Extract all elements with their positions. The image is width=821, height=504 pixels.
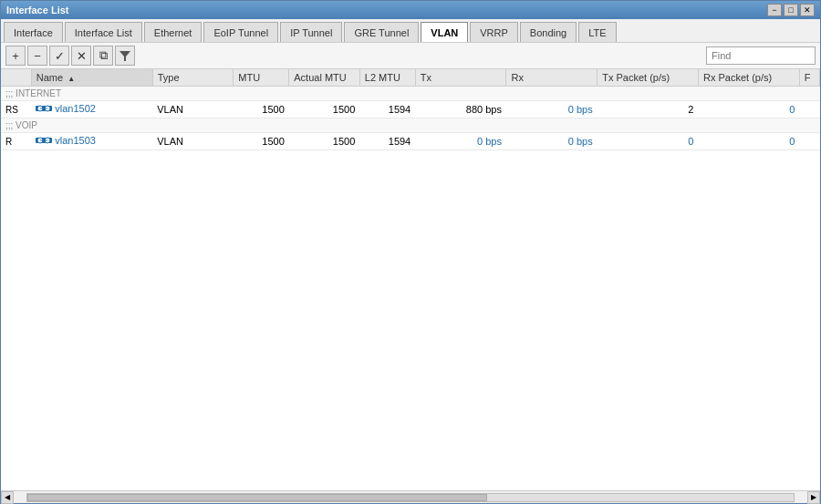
col-mtu[interactable]: MTU	[234, 69, 289, 87]
scrollbar-track[interactable]	[26, 493, 795, 502]
tab-vrrp[interactable]: VRRP	[470, 22, 518, 42]
tab-bonding[interactable]: Bonding	[520, 22, 577, 42]
tab-ip-tunnel[interactable]: IP Tunnel	[280, 22, 342, 42]
main-window: Interface List − □ ✕ Interface Interface…	[0, 0, 821, 504]
toolbar: + − ✓ ✕ ⧉	[1, 43, 820, 69]
row-l2-mtu: 1594	[359, 101, 415, 118]
svg-marker-0	[120, 51, 130, 61]
group-header-internet: ;;; INTERNET	[1, 87, 820, 101]
filter-button[interactable]	[115, 46, 135, 66]
col-rx[interactable]: Rx	[506, 69, 598, 87]
row-fp	[799, 101, 819, 118]
add-button[interactable]: +	[5, 46, 26, 66]
tab-ethernet[interactable]: Ethernet	[144, 22, 203, 42]
row-actual-mtu: 1500	[289, 101, 360, 118]
row-tx-packet: 0	[598, 133, 699, 150]
find-input[interactable]	[706, 46, 816, 65]
interface-table: Name ▲ Type MTU Actual MTU L2 MTU Tx Rx …	[1, 69, 820, 150]
col-rx-packet[interactable]: Rx Packet (p/s)	[698, 69, 799, 87]
sort-arrow: ▲	[68, 75, 75, 83]
horizontal-scrollbar[interactable]: ◀ ▶	[1, 490, 820, 503]
vlan-icon	[36, 135, 52, 146]
col-l2-mtu[interactable]: L2 MTU	[359, 69, 415, 87]
row-actual-mtu: 1500	[289, 133, 360, 150]
copy-button[interactable]: ⧉	[93, 46, 113, 66]
col-type[interactable]: Type	[152, 69, 234, 87]
enable-button[interactable]: ✓	[49, 46, 69, 66]
scroll-right-button[interactable]: ▶	[807, 491, 820, 504]
vlan-icon	[36, 103, 52, 114]
col-tx[interactable]: Tx	[415, 69, 506, 87]
maximize-button[interactable]: □	[784, 4, 798, 16]
tab-interface[interactable]: Interface	[4, 22, 63, 42]
title-bar-buttons: − □ ✕	[767, 4, 815, 16]
window-title: Interface List	[6, 5, 68, 15]
row-mtu: 1500	[234, 133, 289, 150]
filter-icon	[119, 49, 131, 62]
tab-gre-tunnel[interactable]: GRE Tunnel	[344, 22, 419, 42]
table-row[interactable]: R vlan1503 VLAN 1500	[1, 133, 820, 150]
col-fp[interactable]: F	[799, 69, 819, 87]
row-name[interactable]: vlan1503	[31, 133, 152, 150]
row-mtu: 1500	[234, 101, 289, 118]
row-name[interactable]: vlan1502	[31, 101, 152, 118]
row-type: VLAN	[152, 133, 234, 150]
minimize-button[interactable]: −	[767, 4, 782, 16]
col-tx-packet[interactable]: Tx Packet (p/s)	[598, 69, 699, 87]
row-rx-packet: 0	[698, 133, 799, 150]
table-container: Name ▲ Type MTU Actual MTU L2 MTU Tx Rx …	[1, 69, 820, 490]
close-button[interactable]: ✕	[800, 4, 815, 16]
scrollbar-thumb[interactable]	[27, 494, 487, 501]
row-flags: R	[1, 133, 31, 150]
row-rx-packet: 0	[698, 101, 799, 118]
col-flags[interactable]	[1, 69, 31, 87]
tab-vlan[interactable]: VLAN	[421, 22, 468, 42]
scroll-left-button[interactable]: ◀	[1, 491, 14, 504]
tab-bar: Interface Interface List Ethernet EoIP T…	[1, 19, 820, 43]
row-rx: 0 bps	[506, 101, 598, 118]
row-flags: RS	[1, 101, 31, 118]
table-header-row: Name ▲ Type MTU Actual MTU L2 MTU Tx Rx …	[1, 69, 820, 87]
col-actual-mtu[interactable]: Actual MTU	[289, 69, 360, 87]
row-tx: 880 bps	[415, 101, 506, 118]
tab-interface-list[interactable]: Interface List	[65, 22, 142, 42]
tab-lte[interactable]: LTE	[578, 22, 616, 42]
row-tx: 0 bps	[415, 133, 506, 150]
row-type: VLAN	[152, 101, 234, 118]
row-rx: 0 bps	[506, 133, 598, 150]
group-header-voip: ;;; VOIP	[1, 118, 820, 133]
table-row[interactable]: RS vlan1502 VLAN 150	[1, 101, 820, 118]
row-tx-packet: 2	[598, 101, 699, 118]
row-l2-mtu: 1594	[359, 133, 415, 150]
tab-eoip-tunnel[interactable]: EoIP Tunnel	[203, 22, 278, 42]
title-bar: Interface List − □ ✕	[1, 1, 820, 19]
remove-button[interactable]: −	[27, 46, 47, 66]
col-name[interactable]: Name ▲	[31, 69, 152, 87]
row-fp	[799, 133, 819, 150]
disable-button[interactable]: ✕	[71, 46, 91, 66]
